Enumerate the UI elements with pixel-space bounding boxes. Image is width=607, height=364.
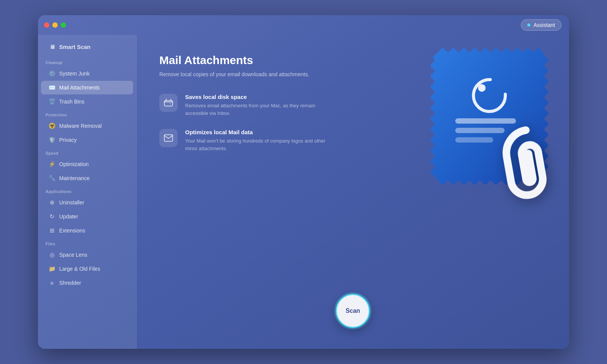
feature-mail-data-desc: Your Mail won't be storing hundreds of c… [185, 137, 329, 152]
extensions-icon: ⊞ [49, 227, 55, 234]
trash-bins-icon: 🗑️ [49, 98, 55, 105]
feature-disk-space: Saves local disk space Removes email att… [159, 94, 334, 117]
sidebar-item-space-lens[interactable]: ◎ Space Lens [41, 248, 133, 262]
large-old-files-label: Large & Old Files [59, 266, 100, 272]
features-list: Saves local disk space Removes email att… [159, 94, 334, 152]
maintenance-icon: 🔧 [49, 175, 55, 182]
sidebar-item-trash-bins[interactable]: 🗑️ Trash Bins [41, 95, 133, 108]
section-label-files: Files [38, 238, 136, 248]
feature-mail-data-text: Optimizes local Mail data Your Mail won'… [185, 129, 329, 152]
optimization-icon: ⚡ [49, 161, 55, 168]
shredder-label: Shredder [59, 280, 81, 286]
smart-scan-icon: 🖥 [49, 43, 55, 50]
space-lens-label: Space Lens [59, 252, 87, 258]
section-label-cleanup: Cleanup [38, 56, 136, 66]
smart-scan-label: Smart Scan [59, 44, 91, 50]
svg-rect-0 [164, 101, 173, 106]
scan-button-wrap: Scan [336, 294, 370, 328]
section-label-applications: Applications [38, 185, 136, 195]
assistant-dot-icon [527, 24, 530, 27]
section-label-speed: Speed [38, 147, 136, 157]
svg-point-6 [478, 84, 486, 92]
main-content: Mail Attachments Remove local copies of … [137, 35, 569, 349]
assistant-button[interactable]: Assistant [521, 19, 561, 31]
feature-mail-data: Optimizes local Mail data Your Mail won'… [159, 129, 334, 152]
privacy-icon: 🛡️ [49, 136, 55, 143]
stamp-illustration [429, 46, 550, 187]
mail-attachments-icon: ✉️ [49, 84, 55, 91]
updater-icon: ↻ [49, 213, 55, 220]
maximize-button[interactable] [61, 22, 66, 28]
uninstaller-label: Uninstaller [59, 199, 84, 206]
feature-disk-space-text: Saves local disk space Removes email att… [185, 94, 329, 117]
extensions-label: Extensions [59, 228, 85, 234]
sidebar-item-malware-removal[interactable]: ☣️ Malware Removal [41, 119, 133, 133]
sidebar-item-uninstaller[interactable]: ⊗ Uninstaller [41, 196, 133, 209]
uninstaller-icon: ⊗ [49, 199, 55, 206]
feature-disk-space-desc: Removes email attachments from your Mac,… [185, 102, 329, 117]
malware-removal-icon: ☣️ [49, 122, 55, 129]
system-junk-label: System Junk [59, 71, 90, 77]
privacy-label: Privacy [59, 137, 77, 143]
page-subtitle: Remove local copies of your email downlo… [159, 71, 311, 78]
optimization-label: Optimization [59, 161, 89, 167]
feature-mail-data-title: Optimizes local Mail data [185, 129, 329, 135]
close-button[interactable] [44, 22, 49, 28]
trash-bins-label: Trash Bins [59, 99, 84, 105]
sidebar-item-mail-attachments[interactable]: ✉️ Mail Attachments [41, 81, 133, 94]
title-bar: Assistant [38, 15, 569, 35]
sidebar-item-extensions[interactable]: ⊞ Extensions [41, 224, 133, 237]
mail-data-icon [159, 129, 178, 147]
mail-attachments-label: Mail Attachments [59, 85, 100, 91]
sidebar-item-large-old-files[interactable]: 📁 Large & Old Files [41, 262, 133, 276]
sidebar-item-smart-scan[interactable]: 🖥 Smart Scan [41, 40, 133, 53]
updater-label: Updater [59, 213, 78, 220]
large-old-files-icon: 📁 [49, 265, 55, 272]
feature-disk-space-title: Saves local disk space [185, 94, 329, 100]
sidebar-item-shredder[interactable]: ≡ Shredder [41, 276, 133, 290]
sidebar-item-maintenance[interactable]: 🔧 Maintenance [41, 171, 133, 185]
traffic-lights [44, 22, 66, 28]
scan-button[interactable]: Scan [336, 294, 370, 328]
malware-removal-label: Malware Removal [59, 123, 102, 129]
app-body: 🖥 Smart Scan Cleanup ⚙️ System Junk ✉️ M… [38, 35, 569, 349]
assistant-label: Assistant [533, 22, 555, 28]
system-junk-icon: ⚙️ [49, 70, 55, 77]
scan-button-label: Scan [346, 308, 360, 314]
svg-rect-4 [455, 137, 493, 143]
disk-space-icon [159, 94, 178, 112]
space-lens-icon: ◎ [49, 251, 55, 258]
sidebar-item-optimization[interactable]: ⚡ Optimization [41, 157, 133, 171]
app-window: Assistant 🖥 Smart Scan Cleanup ⚙️ System… [38, 15, 569, 349]
sidebar-item-updater[interactable]: ↻ Updater [41, 210, 133, 223]
sidebar-item-privacy[interactable]: 🛡️ Privacy [41, 133, 133, 147]
sidebar: 🖥 Smart Scan Cleanup ⚙️ System Junk ✉️ M… [38, 35, 137, 349]
sidebar-item-system-junk[interactable]: ⚙️ System Junk [41, 67, 133, 80]
section-label-protection: Protection [38, 109, 136, 119]
shredder-icon: ≡ [49, 279, 55, 286]
minimize-button[interactable] [52, 22, 58, 28]
svg-rect-2 [455, 118, 516, 124]
maintenance-label: Maintenance [59, 175, 90, 181]
